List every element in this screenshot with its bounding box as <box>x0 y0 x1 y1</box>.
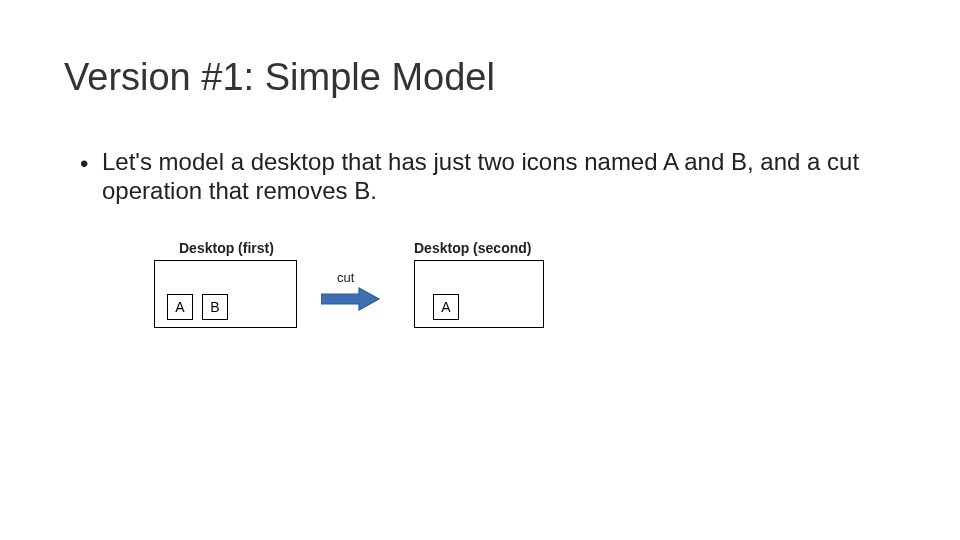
bullet-text: Let's model a desktop that has just two … <box>80 148 890 206</box>
icon-a-second: A <box>433 294 459 320</box>
label-desktop-first: Desktop (first) <box>179 240 274 256</box>
label-desktop-second: Desktop (second) <box>414 240 531 256</box>
arrow-icon <box>321 287 381 311</box>
cut-label: cut <box>337 270 354 285</box>
icon-b-first: B <box>202 294 228 320</box>
arrow-shape <box>321 288 379 310</box>
desktop-diagram: Desktop (first) Desktop (second) cut A B… <box>154 240 694 360</box>
bullet-marker: • <box>80 150 88 179</box>
slide-title: Version #1: Simple Model <box>64 56 495 99</box>
bullet-item: • Let's model a desktop that has just tw… <box>80 148 890 206</box>
icon-a-first: A <box>167 294 193 320</box>
